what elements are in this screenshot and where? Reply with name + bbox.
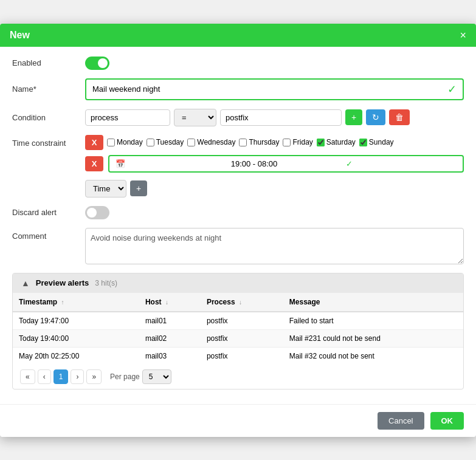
sunday-checkbox[interactable] bbox=[359, 139, 367, 146]
condition-refresh-button[interactable]: ↻ bbox=[366, 109, 385, 125]
per-page-label: Per page bbox=[110, 372, 140, 381]
table-row: Today 19:47:00 mail01 postfix Failed to … bbox=[13, 312, 463, 330]
preview-label: Preview alerts bbox=[36, 278, 89, 287]
condition-process-input[interactable] bbox=[85, 109, 170, 126]
cell-timestamp: Today 19:40:00 bbox=[13, 329, 139, 347]
cell-host: mail03 bbox=[139, 347, 201, 365]
time-range-value: 19:00 - 08:00 bbox=[231, 159, 342, 168]
thursday-checkbox[interactable] bbox=[239, 139, 247, 146]
day-saturday: Saturday bbox=[317, 138, 356, 146]
day-monday: Monday bbox=[107, 138, 143, 146]
time-row: X 📅 19:00 - 08:00 ✓ bbox=[85, 155, 464, 173]
condition-delete-button[interactable]: 🗑 bbox=[389, 109, 410, 125]
ok-button[interactable]: OK bbox=[430, 412, 464, 430]
time-constraint-content: X Monday Tuesday Wednesday bbox=[85, 135, 464, 197]
process-sort-icon: ↓ bbox=[239, 299, 242, 306]
prev-page-button[interactable]: ‹ bbox=[38, 369, 51, 384]
discard-alert-row: Discard alert bbox=[12, 206, 464, 219]
cell-host: mail02 bbox=[139, 329, 201, 347]
cell-process: postfix bbox=[201, 312, 283, 330]
comment-content: Avoid noise during weekends at night bbox=[85, 228, 464, 264]
enabled-toggle[interactable] bbox=[85, 57, 109, 70]
preview-chevron-icon: ▲ bbox=[21, 278, 30, 288]
day-tuesday: Tuesday bbox=[147, 138, 184, 146]
friday-checkbox[interactable] bbox=[283, 139, 291, 146]
dialog-body: Enabled Name* ✓ Condition = != bbox=[0, 47, 476, 404]
tuesday-label: Tuesday bbox=[156, 138, 184, 146]
wednesday-checkbox[interactable] bbox=[187, 139, 195, 146]
name-check-icon: ✓ bbox=[447, 83, 457, 96]
discard-alert-content bbox=[85, 206, 464, 219]
remove-time-button[interactable]: X bbox=[85, 156, 103, 171]
discard-alert-toggle[interactable] bbox=[85, 206, 109, 219]
constraint-type-select[interactable]: Time Days bbox=[85, 180, 126, 197]
day-friday: Friday bbox=[283, 138, 312, 146]
dialog-footer: Cancel OK bbox=[0, 404, 476, 437]
name-input[interactable] bbox=[92, 84, 444, 94]
last-page-button[interactable]: » bbox=[86, 369, 102, 384]
cell-timestamp: May 20th 02:25:00 bbox=[13, 347, 139, 365]
cell-message: Mail #32 could not be sent bbox=[283, 347, 463, 365]
preview-section: ▲ Preview alerts 3 hit(s) Timestamp ↑ Ho… bbox=[12, 273, 464, 390]
time-constraint-row: Time constraint X Monday Tuesday We bbox=[12, 135, 464, 197]
per-page-select[interactable]: 5 10 25 bbox=[142, 369, 171, 384]
cancel-button[interactable]: Cancel bbox=[378, 412, 424, 430]
name-row: Name* ✓ bbox=[12, 78, 464, 100]
table-row: May 20th 02:25:00 mail03 postfix Mail #3… bbox=[13, 347, 463, 365]
host-sort-icon: ↓ bbox=[165, 299, 168, 306]
condition-value-input[interactable] bbox=[220, 109, 342, 126]
condition-operator-select[interactable]: = != ~ bbox=[174, 109, 216, 126]
add-constraint-row: Time Days + bbox=[85, 180, 464, 197]
days-row: X Monday Tuesday Wednesday bbox=[85, 135, 464, 150]
friday-label: Friday bbox=[292, 138, 312, 146]
day-wednesday: Wednesday bbox=[187, 138, 235, 146]
preview-table-body: Today 19:47:00 mail01 postfix Failed to … bbox=[13, 312, 463, 365]
enabled-row: Enabled bbox=[12, 57, 464, 70]
preview-table: Timestamp ↑ Host ↓ Process ↓ Message Tod… bbox=[13, 293, 463, 365]
day-thursday: Thursday bbox=[239, 138, 279, 146]
cell-message: Failed to start bbox=[283, 312, 463, 330]
enabled-content bbox=[85, 57, 464, 70]
dialog-title: New bbox=[10, 30, 30, 41]
comment-textarea[interactable]: Avoid noise during weekends at night bbox=[85, 228, 464, 264]
cell-process: postfix bbox=[201, 329, 283, 347]
table-row: Today 19:40:00 mail02 postfix Mail #231 … bbox=[13, 329, 463, 347]
add-constraint-button[interactable]: + bbox=[130, 180, 147, 196]
time-input-wrapper: 📅 19:00 - 08:00 ✓ bbox=[108, 155, 464, 173]
thursday-label: Thursday bbox=[249, 138, 279, 146]
cell-host: mail01 bbox=[139, 312, 201, 330]
col-process[interactable]: Process ↓ bbox=[201, 293, 283, 312]
current-page-button[interactable]: 1 bbox=[53, 369, 69, 384]
discard-alert-label: Discard alert bbox=[12, 208, 85, 217]
enabled-label: Enabled bbox=[12, 58, 85, 67]
comment-row: Comment Avoid noise during weekends at n… bbox=[12, 228, 464, 264]
saturday-checkbox[interactable] bbox=[317, 139, 325, 146]
dialog-container: New × Enabled Name* ✓ Condition bbox=[0, 24, 476, 437]
first-page-button[interactable]: « bbox=[20, 369, 35, 384]
cell-timestamp: Today 19:47:00 bbox=[13, 312, 139, 330]
condition-add-button[interactable]: + bbox=[345, 109, 362, 125]
cell-message: Mail #231 could not be send bbox=[283, 329, 463, 347]
name-label: Name* bbox=[12, 84, 85, 94]
sunday-label: Sunday bbox=[369, 138, 394, 146]
comment-label: Comment bbox=[12, 228, 85, 241]
preview-header[interactable]: ▲ Preview alerts 3 hit(s) bbox=[13, 273, 463, 293]
col-timestamp[interactable]: Timestamp ↑ bbox=[13, 293, 139, 312]
close-button[interactable]: × bbox=[460, 30, 466, 41]
condition-row: Condition = != ~ + ↻ 🗑 bbox=[12, 109, 464, 126]
col-host[interactable]: Host ↓ bbox=[139, 293, 201, 312]
wednesday-label: Wednesday bbox=[197, 138, 235, 146]
col-message[interactable]: Message bbox=[283, 293, 463, 312]
tuesday-checkbox[interactable] bbox=[147, 139, 154, 146]
name-content: ✓ bbox=[85, 78, 464, 100]
day-sunday: Sunday bbox=[359, 138, 394, 146]
pagination: « ‹ 1 › » Per page 5 10 25 bbox=[13, 365, 463, 389]
remove-days-button[interactable]: X bbox=[85, 135, 103, 150]
monday-checkbox[interactable] bbox=[107, 139, 115, 146]
calendar-icon: 📅 bbox=[116, 159, 226, 168]
time-check-icon: ✓ bbox=[346, 159, 457, 168]
cell-process: postfix bbox=[201, 347, 283, 365]
next-page-button[interactable]: › bbox=[71, 369, 84, 384]
timestamp-sort-icon: ↑ bbox=[61, 299, 64, 306]
condition-label: Condition bbox=[12, 113, 85, 122]
